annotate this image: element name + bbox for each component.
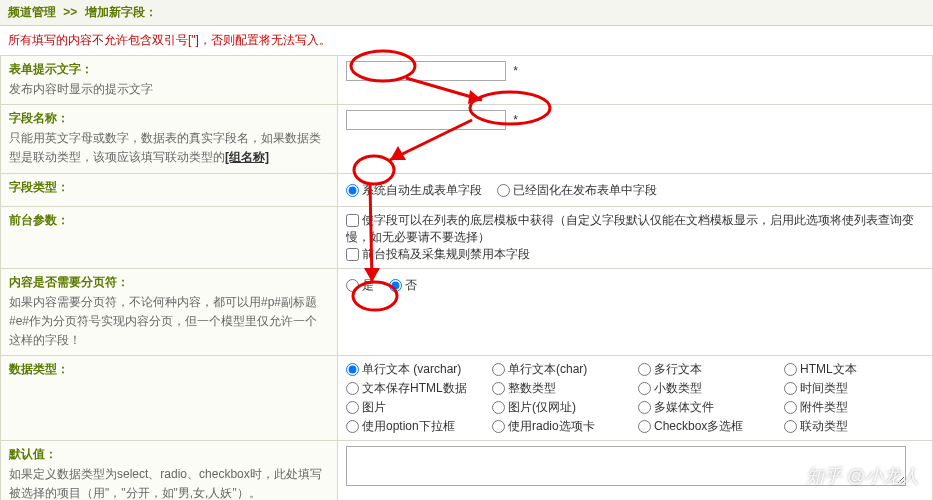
- needpage-no[interactable]: 否: [389, 274, 417, 296]
- label-desc: 只能用英文字母或数字，数据表的真实字段名，如果数据类型是联动类型，该项应该填写联…: [9, 129, 329, 167]
- row-needpage-field: 是 否: [338, 268, 933, 356]
- needpage-yes[interactable]: 是: [346, 274, 374, 296]
- row-frontparam-label: 前台参数：: [1, 206, 338, 268]
- row-fieldname-label: 字段名称： 只能用英文字母或数字，数据表的真实字段名，如果数据类型是联动类型，该…: [1, 105, 338, 173]
- datatype-option[interactable]: 图片: [346, 399, 486, 416]
- formtip-input[interactable]: [346, 61, 506, 81]
- groupname-link[interactable]: [组名称]: [225, 150, 269, 164]
- row-fieldtype-field: 系统自动生成表单字段 已经固化在发布表单中字段: [338, 173, 933, 206]
- frontparam-chk2[interactable]: 前台投稿及采集规则禁用本字段: [346, 247, 530, 261]
- datatype-option[interactable]: HTML文本: [784, 361, 924, 378]
- row-default-field: [338, 441, 933, 500]
- breadcrumb-sep: >>: [63, 5, 77, 19]
- label-desc: 如果定义数据类型为select、radio、checkbox时，此处填写被选择的…: [9, 465, 329, 500]
- row-formtip-field: *: [338, 56, 933, 105]
- label-title: 表单提示文字：: [9, 61, 329, 78]
- datatype-option[interactable]: 使用option下拉框: [346, 418, 486, 435]
- row-fieldname-field: *: [338, 105, 933, 173]
- label-title: 默认值：: [9, 446, 329, 463]
- label-title: 字段类型：: [9, 179, 329, 196]
- row-datatype-label: 数据类型：: [1, 356, 338, 441]
- row-frontparam-field: 使字段可以在列表的底层模板中获得（自定义字段默认仅能在文档模板显示，启用此选项将…: [338, 206, 933, 268]
- breadcrumb-b: 增加新字段: [85, 5, 145, 19]
- datatype-option[interactable]: 联动类型: [784, 418, 924, 435]
- label-title: 数据类型：: [9, 361, 329, 378]
- label-title: 前台参数：: [9, 212, 329, 229]
- row-default-label: 默认值： 如果定义数据类型为select、radio、checkbox时，此处填…: [1, 441, 338, 500]
- row-formtip-label: 表单提示文字： 发布内容时显示的提示文字: [1, 56, 338, 105]
- label-desc: 如果内容需要分页符，不论何种内容，都可以用#p#副标题#e#作为分页符号实现内容…: [9, 293, 329, 351]
- datatype-option[interactable]: 多行文本: [638, 361, 778, 378]
- breadcrumb: 频道管理 >> 增加新字段：: [0, 0, 933, 26]
- breadcrumb-a[interactable]: 频道管理: [8, 5, 56, 19]
- label-title: 内容是否需要分页符：: [9, 274, 329, 291]
- fieldtype-opt1[interactable]: 系统自动生成表单字段: [346, 179, 482, 201]
- fieldname-input[interactable]: [346, 110, 506, 130]
- row-fieldtype-label: 字段类型：: [1, 173, 338, 206]
- datatype-option[interactable]: 附件类型: [784, 399, 924, 416]
- datatype-option[interactable]: 小数类型: [638, 380, 778, 397]
- row-datatype-field: 单行文本 (varchar)单行文本(char)多行文本HTML文本文本保存HT…: [338, 356, 933, 441]
- frontparam-chk1[interactable]: 使字段可以在列表的底层模板中获得（自定义字段默认仅能在文档模板显示，启用此选项将…: [346, 213, 914, 244]
- datatype-option[interactable]: 多媒体文件: [638, 399, 778, 416]
- datatype-option[interactable]: 图片(仅网址): [492, 399, 632, 416]
- form-warning: 所有填写的内容不允许包含双引号["]，否则配置将无法写入。: [0, 26, 933, 55]
- row-needpage-label: 内容是否需要分页符： 如果内容需要分页符，不论何种内容，都可以用#p#副标题#e…: [1, 268, 338, 356]
- required-star: *: [513, 64, 518, 78]
- fieldtype-opt2[interactable]: 已经固化在发布表单中字段: [497, 179, 657, 201]
- default-textarea[interactable]: [346, 446, 906, 486]
- required-star: *: [513, 113, 518, 127]
- label-title: 字段名称：: [9, 110, 329, 127]
- datatype-option[interactable]: 使用radio选项卡: [492, 418, 632, 435]
- datatype-option[interactable]: 时间类型: [784, 380, 924, 397]
- field-form: 表单提示文字： 发布内容时显示的提示文字 * 字段名称： 只能用英文字母或数字，…: [0, 55, 933, 500]
- label-desc: 发布内容时显示的提示文字: [9, 80, 329, 99]
- datatype-option[interactable]: 文本保存HTML数据: [346, 380, 486, 397]
- datatype-option[interactable]: 单行文本 (varchar): [346, 361, 486, 378]
- datatype-option[interactable]: Checkbox多选框: [638, 418, 778, 435]
- datatype-option[interactable]: 单行文本(char): [492, 361, 632, 378]
- datatype-option[interactable]: 整数类型: [492, 380, 632, 397]
